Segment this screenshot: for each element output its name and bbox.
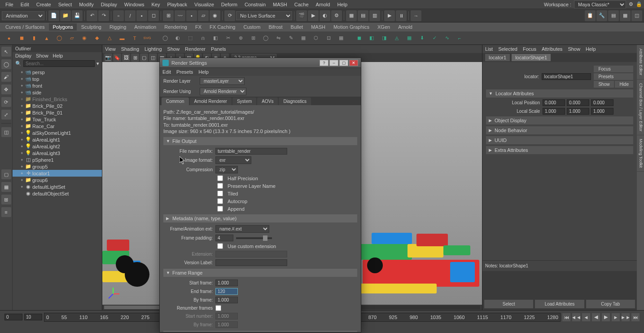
side-tab-channel-box[interactable]: Channel Box / Layer Editor — [637, 80, 644, 136]
dlg-tab-arnold[interactable]: Arnold Renderer — [190, 98, 232, 105]
attr-menu-help[interactable]: Help — [586, 46, 596, 52]
attr-menu-focus[interactable]: Focus — [523, 46, 536, 52]
bevel-icon[interactable]: ◧ — [210, 33, 221, 44]
live-surface-select[interactable]: No Live Surface — [236, 11, 292, 20]
last-tool-icon[interactable]: ◫ — [1, 127, 11, 137]
outliner-item-group6[interactable]: +📁group6 — [13, 177, 102, 183]
bridge-icon[interactable]: ⫙ — [197, 33, 208, 44]
outliner-item-defaultlightset[interactable]: +◉defaultLightSet — [13, 183, 102, 190]
poly-type-icon[interactable]: T — [129, 33, 140, 44]
range-start-input[interactable] — [4, 314, 22, 320]
attr-tab-locator1[interactable]: locator1 — [485, 54, 510, 61]
quadrangulate-icon[interactable]: ▦ — [404, 33, 415, 44]
notes-textarea[interactable] — [482, 271, 637, 298]
start-frame-input[interactable] — [215, 280, 238, 286]
unfold-icon[interactable]: ⊡ — [323, 33, 334, 44]
shelf-tab-animation[interactable]: Animation — [131, 23, 160, 31]
snap-curve-icon[interactable]: 〰 — [175, 10, 185, 21]
vp-menu-panels[interactable]: Panels — [211, 46, 226, 52]
section-uuid[interactable]: ▶UUID — [486, 136, 633, 144]
dlg-tab-diagnostics[interactable]: Diagnostics — [279, 98, 311, 105]
construction-history-icon[interactable]: ⟳ — [224, 10, 235, 21]
attr-menu-show[interactable]: Show — [568, 46, 580, 52]
dlg-tab-common[interactable]: Common — [162, 98, 189, 105]
bool-diff-icon[interactable]: ◧ — [366, 33, 377, 44]
compression-select[interactable]: zip — [215, 166, 238, 173]
insert-edge-icon[interactable]: ⊞ — [248, 33, 258, 44]
poly-prism-icon[interactable]: ▬ — [117, 33, 127, 44]
dlg-menu-presets[interactable]: Presets — [176, 69, 193, 75]
outliner-item-aiarealight2[interactable]: +💡aiAreaLight2 — [13, 143, 102, 150]
outliner-item-tow_truck[interactable]: +📁Tow_Truck — [13, 116, 102, 123]
vp-resolution-gate-icon[interactable]: ◫ — [149, 53, 157, 62]
by-frame-input[interactable] — [215, 297, 238, 303]
snap-live-icon[interactable]: ◉ — [210, 10, 220, 21]
outliner-item-brick_pile_02[interactable]: +📁Brick_Pile_02 — [13, 102, 102, 109]
sel-edge-icon[interactable]: / — [125, 10, 136, 21]
section-frame-range[interactable]: ▼Frame Range — [163, 269, 357, 277]
menu-visualize[interactable]: Visualize — [191, 1, 218, 8]
outliner-item-brick_pile_01[interactable]: +📁Brick_Pile_01 — [13, 109, 102, 116]
soften-icon[interactable]: ∿ — [442, 33, 452, 44]
new-scene-icon[interactable]: 📄 — [48, 10, 59, 21]
shelf-tab-rigging[interactable]: Rigging — [106, 23, 130, 31]
autocrop-checkbox[interactable] — [217, 198, 223, 204]
select-button[interactable]: Select — [484, 300, 533, 308]
render-layer-select[interactable]: masterLayer — [200, 77, 245, 85]
dlg-tab-aovs[interactable]: AOVs — [257, 98, 278, 105]
render-frame-icon[interactable]: ▶ — [308, 10, 319, 21]
vp-menu-shading[interactable]: Shading — [121, 46, 139, 52]
shelf-tab-sculpting[interactable]: Sculpting — [78, 23, 105, 31]
play-icon[interactable]: ▶ — [384, 10, 395, 21]
section-node-behavior[interactable]: ▶Node Behavior — [486, 126, 633, 134]
cleanup-icon[interactable]: ✓ — [429, 33, 440, 44]
channel-box-toggle-icon[interactable]: ▤ — [608, 10, 619, 21]
platonic-icon[interactable]: ◆ — [92, 33, 102, 44]
poly-cube-icon[interactable]: ◼ — [16, 33, 27, 44]
shelf-tab-xgen[interactable]: XGen — [374, 23, 394, 31]
snap-point-icon[interactable]: • — [186, 10, 197, 21]
outliner-item-psphere1[interactable]: +◫pSphere1 — [13, 156, 102, 163]
dialog-help-icon[interactable]: ? — [320, 60, 329, 66]
local-scale-z[interactable] — [591, 108, 613, 115]
harden-icon[interactable]: ⌐ — [454, 33, 465, 44]
outliner-item-side[interactable]: +📹side — [13, 89, 102, 96]
step-fwd-key-icon[interactable]: ►► — [622, 313, 630, 321]
playback-start-input[interactable] — [24, 314, 42, 320]
menu-display[interactable]: Display — [97, 1, 121, 8]
triangulate-icon[interactable]: ◬ — [391, 33, 402, 44]
vp-film-gate-icon[interactable]: ▢ — [140, 53, 148, 62]
lock-icon[interactable]: 🔒 — [636, 1, 642, 7]
panel-layout3-icon[interactable]: ▥ — [369, 10, 380, 21]
menu-cache[interactable]: Cache — [291, 1, 312, 8]
dialog-close-icon[interactable]: ✕ — [349, 60, 358, 66]
shelf-tab-curves[interactable]: Curves / Surfaces — [2, 23, 48, 31]
open-scene-icon[interactable]: 📁 — [60, 10, 71, 21]
section-locator-attributes[interactable]: ▼Locator Attributes — [486, 89, 633, 98]
menu-create[interactable]: Create — [33, 1, 55, 8]
outliner-item-top[interactable]: +📹top — [13, 75, 102, 82]
menu-arnold[interactable]: Arnold — [312, 1, 334, 8]
snap-grid-icon[interactable]: ⊞ — [163, 10, 174, 21]
section-object-display[interactable]: ▶Object Display — [486, 116, 633, 124]
shelf-tab-rendering[interactable]: Rendering — [161, 23, 191, 31]
shelf-tab-mash[interactable]: MASH — [307, 23, 329, 31]
svg-icon[interactable]: SVG — [142, 33, 153, 44]
save-scene-icon[interactable]: 💾 — [72, 10, 83, 21]
modeling-toolkit-toggle-icon[interactable]: ◫ — [631, 10, 642, 21]
version-label-input[interactable] — [215, 259, 287, 266]
outliner-menu-show[interactable]: Show — [36, 53, 48, 58]
tiled-checkbox[interactable] — [217, 191, 223, 196]
ipr-render-icon[interactable]: ◐ — [320, 10, 330, 21]
side-tab-attribute-editor[interactable]: Attribute Editor — [637, 45, 644, 80]
vp-menu-view[interactable]: View — [105, 46, 116, 52]
presets-button[interactable]: Presets — [594, 73, 633, 80]
copy-tab-button[interactable]: Copy Tab — [586, 300, 635, 308]
outliner-item-front[interactable]: +📹front — [13, 82, 102, 89]
menu-select[interactable]: Select — [55, 1, 76, 8]
menu-file[interactable]: File — [2, 1, 17, 8]
image-format-select[interactable]: exr — [215, 156, 251, 164]
frame-anim-ext-select[interactable]: name.#.ext — [215, 225, 269, 233]
bool-intersect-icon[interactable]: ◨ — [379, 33, 390, 44]
extrude-icon[interactable]: ⬚ — [185, 33, 196, 44]
